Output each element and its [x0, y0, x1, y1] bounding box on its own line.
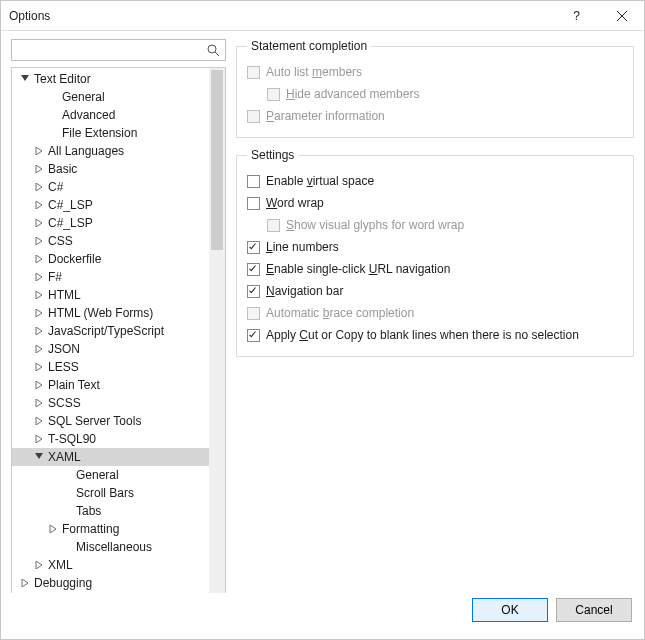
- tree-node[interactable]: C#_LSP: [12, 196, 209, 214]
- chevron-right-icon: [32, 198, 46, 212]
- category-tree[interactable]: Text Editor General Advanced File Extens…: [12, 68, 209, 593]
- tree-node[interactable]: General: [12, 466, 209, 484]
- tree-node[interactable]: Tabs: [12, 502, 209, 520]
- tree-node[interactable]: Dockerfile: [12, 250, 209, 268]
- checkbox[interactable]: [247, 175, 260, 188]
- tree-node[interactable]: HTML: [12, 286, 209, 304]
- chevron-right-icon: [46, 522, 60, 536]
- tree-container: Text Editor General Advanced File Extens…: [11, 67, 226, 593]
- checkbox-label: Auto list members: [266, 65, 362, 79]
- scrollbar-thumb[interactable]: [211, 70, 223, 250]
- checkbox[interactable]: [247, 285, 260, 298]
- tree-label: Dockerfile: [46, 250, 101, 268]
- tree-node[interactable]: C#_LSP: [12, 214, 209, 232]
- svg-marker-14: [36, 309, 42, 317]
- help-button[interactable]: ?: [554, 1, 599, 31]
- checkbox: [247, 110, 260, 123]
- search-box[interactable]: [11, 39, 226, 61]
- tree-node[interactable]: LESS: [12, 358, 209, 376]
- word-wrap-checkbox[interactable]: Word wrap: [247, 192, 623, 214]
- tree-node[interactable]: T-SQL90: [12, 430, 209, 448]
- tree-label: T-SQL90: [46, 430, 96, 448]
- chevron-right-icon: [32, 414, 46, 428]
- tree-label: C#_LSP: [46, 214, 93, 232]
- svg-marker-20: [36, 417, 42, 425]
- tree-node[interactable]: Advanced: [12, 106, 209, 124]
- tree-node[interactable]: File Extension: [12, 124, 209, 142]
- automatic-brace-completion-checkbox: Automatic brace completion: [247, 302, 623, 324]
- tree-node[interactable]: SCSS: [12, 394, 209, 412]
- tree-node-text-editor[interactable]: Text Editor: [12, 70, 209, 88]
- tree-node[interactable]: Basic: [12, 160, 209, 178]
- checkbox-label: Word wrap: [266, 196, 324, 210]
- tree-label: F#: [46, 268, 62, 286]
- hide-advanced-members-checkbox: Hide advanced members: [247, 83, 623, 105]
- svg-marker-15: [36, 327, 42, 335]
- navigation-bar-checkbox[interactable]: Navigation bar: [247, 280, 623, 302]
- tree-node[interactable]: General: [12, 88, 209, 106]
- svg-marker-12: [36, 273, 42, 281]
- group-legend: Statement completion: [247, 39, 371, 53]
- svg-marker-19: [36, 399, 42, 407]
- tree-node[interactable]: JSON: [12, 340, 209, 358]
- line-numbers-checkbox[interactable]: Line numbers: [247, 236, 623, 258]
- tree-node[interactable]: Formatting: [12, 520, 209, 538]
- checkbox[interactable]: [247, 241, 260, 254]
- checkbox-label: Apply Cut or Copy to blank lines when th…: [266, 328, 579, 342]
- tree-node-debugging[interactable]: Debugging: [12, 574, 209, 592]
- tree-node[interactable]: Plain Text: [12, 376, 209, 394]
- tree-node[interactable]: XML: [12, 556, 209, 574]
- svg-marker-4: [21, 75, 29, 81]
- tree-node[interactable]: C#: [12, 178, 209, 196]
- svg-marker-25: [22, 579, 28, 587]
- checkbox[interactable]: [247, 329, 260, 342]
- tree-node[interactable]: Scroll Bars: [12, 484, 209, 502]
- tree-node[interactable]: All Languages: [12, 142, 209, 160]
- svg-marker-22: [35, 453, 43, 459]
- tree-label: Tabs: [74, 502, 101, 520]
- tree-label: Miscellaneous: [74, 538, 152, 556]
- tree-label: Text Editor: [32, 70, 91, 88]
- chevron-down-icon: [32, 450, 46, 464]
- tree-label: General: [60, 88, 105, 106]
- single-click-url-checkbox[interactable]: Enable single-click URL navigation: [247, 258, 623, 280]
- svg-marker-21: [36, 435, 42, 443]
- tree-label: XML: [46, 556, 73, 574]
- checkbox[interactable]: [247, 263, 260, 276]
- tree-node[interactable]: F#: [12, 268, 209, 286]
- tree-node[interactable]: CSS: [12, 232, 209, 250]
- chevron-right-icon: [32, 432, 46, 446]
- content-area: Text Editor General Advanced File Extens…: [1, 31, 644, 593]
- ok-button[interactable]: OK: [472, 598, 548, 622]
- tree-node-performance[interactable]: Performance Tools: [12, 592, 209, 593]
- enable-virtual-space-checkbox[interactable]: Enable virtual space: [247, 170, 623, 192]
- svg-marker-6: [36, 165, 42, 173]
- chevron-right-icon: [32, 288, 46, 302]
- checkbox[interactable]: [247, 197, 260, 210]
- tree-node[interactable]: Miscellaneous: [12, 538, 209, 556]
- chevron-right-icon: [32, 252, 46, 266]
- tree-node[interactable]: JavaScript/TypeScript: [12, 322, 209, 340]
- tree-node[interactable]: HTML (Web Forms): [12, 304, 209, 322]
- checkbox: [267, 219, 280, 232]
- tree-node[interactable]: SQL Server Tools: [12, 412, 209, 430]
- apply-cut-copy-blank-checkbox[interactable]: Apply Cut or Copy to blank lines when th…: [247, 324, 623, 346]
- svg-marker-10: [36, 237, 42, 245]
- tree-label: File Extension: [60, 124, 137, 142]
- window-title: Options: [1, 9, 554, 23]
- tree-scrollbar[interactable]: [209, 68, 225, 593]
- show-visual-glyphs-checkbox: Show visual glyphs for word wrap: [247, 214, 623, 236]
- tree-label: Debugging: [32, 574, 92, 592]
- tree-label: Scroll Bars: [74, 484, 134, 502]
- tree-label: C#_LSP: [46, 196, 93, 214]
- tree-label: SCSS: [46, 394, 81, 412]
- cancel-button[interactable]: Cancel: [556, 598, 632, 622]
- checkbox-label: Enable virtual space: [266, 174, 374, 188]
- chevron-right-icon: [32, 324, 46, 338]
- close-button[interactable]: [599, 1, 644, 31]
- checkbox-label: Hide advanced members: [286, 87, 419, 101]
- checkbox: [247, 66, 260, 79]
- close-icon: [617, 11, 627, 21]
- search-input[interactable]: [16, 40, 205, 60]
- tree-node-xaml[interactable]: XAML: [12, 448, 209, 466]
